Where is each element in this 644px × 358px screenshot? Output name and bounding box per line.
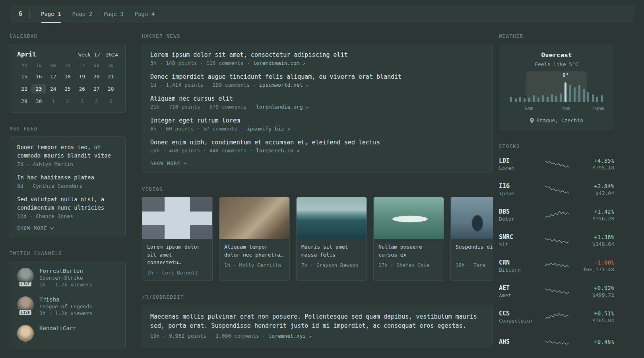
- stock-row[interactable]: DBSDolor +1.42%$156.28: [499, 205, 614, 225]
- channel-avatar-wrap: [17, 325, 34, 342]
- video-card[interactable]: Aliquam tempor dolor nec pharetra… 1h · …: [219, 197, 290, 281]
- calendar-day-selected: 23: [31, 84, 46, 93]
- stock-symbol: CCS: [499, 310, 537, 317]
- stock-row[interactable]: AHS +0.46%: [499, 332, 614, 352]
- weather-bar: [560, 93, 562, 102]
- channel-name[interactable]: ForrestBurton: [39, 268, 92, 274]
- stock-symbol: AHS: [499, 338, 537, 345]
- stock-price: $156.28: [577, 216, 614, 222]
- hn-show-more-button[interactable]: SHOW MORE: [150, 161, 485, 166]
- subreddit-widget: /R/SUBREDDIT Maecenas mollis pulvinar er…: [142, 294, 493, 347]
- tab-page-2[interactable]: Page 2: [67, 5, 98, 23]
- video-title: Suspendis diam: [456, 243, 493, 259]
- stock-name: Lorem: [499, 165, 537, 171]
- hacker-news-card: Lorem ipsum dolor sit amet, consectetur …: [142, 44, 493, 173]
- rss-item-title[interactable]: Sed volutpat nulla nisl, a condimentum n…: [17, 195, 118, 212]
- video-card[interactable]: Nullam posuere cursus ex 17h · Stefan Co…: [373, 197, 444, 281]
- hn-source-link[interactable]: ipsumworld.net: [259, 82, 303, 88]
- weather-bar: [547, 97, 549, 102]
- weather-time-axis: 6am 2pm 10pm: [508, 106, 605, 112]
- external-link-icon: ↗: [306, 104, 308, 110]
- video-card[interactable]: Mauris sit amet massa felis 7h · Grayson…: [296, 197, 367, 281]
- hn-item-title[interactable]: Donec enim nibh, condimentum et accumsan…: [150, 139, 485, 146]
- hn-item[interactable]: Aliquam nec cursus elit 21h · 710 points…: [150, 95, 485, 110]
- rss-item-title[interactable]: Donec tempor eros leo, ut commodo mauris…: [17, 143, 118, 160]
- calendar-day: 20: [89, 72, 103, 81]
- hn-item[interactable]: Donec enim nibh, condimentum et accumsan…: [150, 139, 485, 154]
- hn-item-meta: 16h · 468 points · 440 comments · loremt…: [150, 148, 485, 154]
- hn-item[interactable]: Lorem ipsum dolor sit amet, consectetur …: [150, 51, 485, 66]
- live-badge: LIVE: [19, 281, 32, 287]
- hn-item-title[interactable]: Lorem ipsum dolor sit amet, consectetur …: [150, 51, 485, 58]
- hn-item-title[interactable]: Aliquam nec cursus elit: [150, 95, 485, 102]
- stock-row[interactable]: IIGIpsum +2.84%$42.04: [499, 179, 614, 199]
- stock-row[interactable]: CRNBitcorn -1.00%$66,171.48: [499, 256, 614, 276]
- stock-row[interactable]: AETAmet +0.92%$499.72: [499, 281, 614, 301]
- rss-item-title[interactable]: In hac habitasse platea: [17, 173, 118, 182]
- hacker-news-widget: HACKER NEWS Lorem ipsum dolor sit amet, …: [142, 33, 493, 173]
- stock-symbol: DBS: [499, 208, 537, 215]
- weekday-label: Tu: [31, 63, 46, 69]
- time-label: 10pm: [592, 106, 604, 111]
- video-thumbnail: [374, 197, 444, 239]
- twitch-channel-row[interactable]: LIVE ForrestBurton Counter-Strike 1h · 1…: [17, 268, 118, 288]
- weather-bar: [569, 85, 571, 102]
- stock-name: Ipsum: [499, 191, 537, 197]
- weather-bar: [533, 95, 535, 102]
- rss-item[interactable]: Donec tempor eros leo, ut commodo mauris…: [17, 143, 118, 167]
- tab-page-1[interactable]: Page 1: [35, 5, 67, 23]
- video-title: Nullam posuere cursus ex: [378, 243, 439, 259]
- hn-item-title[interactable]: Integer eget rutrum lorem: [150, 117, 485, 124]
- channel-name[interactable]: Trisha: [39, 296, 92, 303]
- stock-name: Amet: [499, 292, 537, 298]
- hn-meta-text: 3h · 148 points · 116 comments ·: [150, 60, 253, 66]
- hn-item[interactable]: Integer eget rutrum lorem 6h · 60 points…: [150, 117, 485, 132]
- stocks-list: LDILorem +4.35%$795.18 IIGIpsum +2.84%$4…: [499, 154, 614, 352]
- stock-row[interactable]: LDILorem +4.35%$795.18: [499, 154, 614, 174]
- calendar-year: 2024: [106, 52, 118, 58]
- calendar-week-label: Week 17: [78, 52, 100, 58]
- stock-row[interactable]: CCSConsectetur +0.51%$165.84: [499, 307, 614, 327]
- weather-bar: [592, 94, 594, 102]
- hacker-news-widget-label: HACKER NEWS: [142, 33, 493, 39]
- weather-bar: [587, 92, 589, 102]
- channel-name[interactable]: KendallCarr: [39, 325, 76, 331]
- calendar-day: 19: [75, 72, 89, 81]
- subreddit-post-title[interactable]: Maecenas mollis pulvinar erat non posuer…: [150, 312, 485, 331]
- subreddit-source-link[interactable]: loremnet.xyz: [268, 333, 306, 339]
- hn-source-link[interactable]: loremtech.co: [256, 148, 293, 154]
- hn-item[interactable]: Donec imperdiet augue tincidunt felis al…: [150, 73, 485, 88]
- calendar-day-next-month: 2: [60, 97, 75, 106]
- hn-source-link[interactable]: loremdomain.com: [253, 60, 299, 66]
- hn-item-title[interactable]: Donec imperdiet augue tincidunt felis al…: [150, 73, 485, 80]
- video-meta: 18h · Tara: [456, 262, 493, 268]
- calendar-day: 16: [31, 72, 46, 81]
- stock-sparkline: [543, 285, 571, 297]
- calendar-day: 25: [60, 84, 75, 93]
- stock-name: Sit: [499, 241, 537, 247]
- rss-item[interactable]: Sed volutpat nulla nisl, a condimentum n…: [17, 195, 118, 219]
- app-logo[interactable]: G: [14, 8, 27, 20]
- video-card[interactable]: Suspendis diam 18h · Tara: [450, 197, 493, 281]
- stock-row[interactable]: SNRCSit +1.36%$148.64: [499, 230, 614, 250]
- hn-source-link[interactable]: loremlandia.org: [256, 104, 303, 110]
- subreddit-post-meta: 19h · 9,932 points · 1,090 comments · lo…: [150, 333, 485, 339]
- twitch-channel-row[interactable]: LIVE Trisha League of Legends 3h · 1.2k …: [17, 296, 118, 316]
- calendar-week-year: Week 17·2024: [78, 52, 118, 58]
- rss-item[interactable]: In hac habitasse platea 8d · Cynthia Sau…: [17, 173, 118, 189]
- stock-sparkline: [543, 234, 571, 246]
- hn-source-link[interactable]: ipsumify.biz: [247, 126, 284, 132]
- tab-page-4[interactable]: Page 4: [129, 5, 161, 23]
- video-card[interactable]: Lorem ipsum dolor sit amet consectetu… 1…: [142, 197, 213, 281]
- middle-column: HACKER NEWS Lorem ipsum dolor sit amet, …: [142, 33, 493, 358]
- twitch-channel-row[interactable]: KendallCarr: [17, 325, 118, 342]
- calendar-grid: Mo Tu We Th Fr Sa Su 15 16 17 18 19 20 2…: [17, 63, 118, 106]
- calendar-day: 21: [104, 72, 118, 81]
- stock-sparkline: [543, 158, 571, 170]
- tab-page-3[interactable]: Page 3: [98, 5, 129, 23]
- weekday-label: Su: [104, 63, 118, 69]
- rss-show-more-button[interactable]: SHOW MORE: [17, 226, 118, 231]
- right-column: WEATHER Overcast Feels like 5°C 9°: [499, 33, 614, 358]
- hn-meta-text: 1d · 1,414 points · 299 comments ·: [150, 82, 259, 88]
- separator-dot: ·: [100, 52, 106, 58]
